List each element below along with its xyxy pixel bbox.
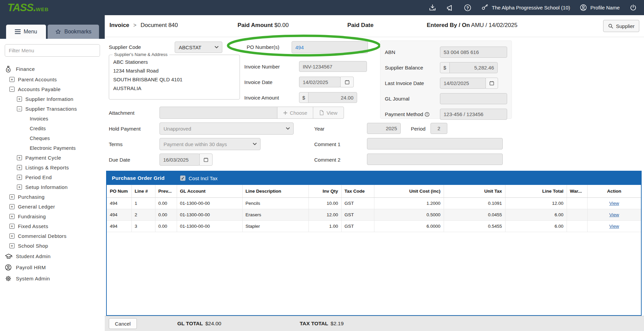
supplier-button[interactable]: Supplier (603, 20, 639, 32)
collapse-icon[interactable] (17, 106, 22, 111)
po-number-field[interactable]: 494 (292, 41, 368, 53)
profile-menu[interactable]: Profile Name (579, 4, 620, 11)
due-date-field[interactable]: 16/03/2025 (159, 154, 200, 166)
sidebar-item-payroll-hrm[interactable]: Payroll HRM (5, 262, 100, 273)
supplier-info-panel: ABN 53 004 085 616 Supplier Balance $ 5,… (380, 40, 512, 119)
download-icon[interactable] (428, 4, 437, 12)
view-attachment-button[interactable]: View (313, 107, 344, 119)
announcements-icon[interactable] (446, 4, 454, 12)
cost-incl-tax-toggle[interactable]: ✓ Cost Incl Tax (180, 175, 218, 181)
expand-icon[interactable] (9, 204, 15, 209)
choose-attachment-button[interactable]: Choose (277, 107, 313, 119)
grid-title: Purchase Order Grid (112, 175, 165, 181)
chevron-down-icon (253, 143, 257, 145)
top-bar: TASS. WEB ? The Alpha Progressive School… (0, 0, 644, 15)
logout-power-icon[interactable] (629, 4, 637, 12)
sidebar-item-setup-information[interactable]: Setup Information (5, 182, 100, 192)
svg-text:?: ? (466, 5, 469, 10)
comment1-field[interactable] (367, 138, 503, 149)
sidebar-item-general-ledger[interactable]: General Ledger (5, 202, 100, 212)
table-row: 494 1 0.00 01-1300-00-00 Pencils 10.00 G… (107, 197, 641, 209)
gl-journal-field (440, 93, 507, 104)
main-content: Invoice>Document 840 Paid Amount $0.00 P… (105, 15, 644, 331)
checkbox-checked-icon[interactable]: ✓ (180, 175, 185, 181)
view-line-link[interactable]: View (609, 212, 619, 217)
expand-icon[interactable] (17, 185, 22, 190)
expand-icon[interactable] (17, 155, 22, 160)
plus-icon (283, 111, 288, 115)
invoice-date-calendar-button[interactable] (340, 77, 354, 87)
info-icon[interactable] (424, 112, 430, 118)
sidebar-item-system-admin[interactable]: System Admin (5, 273, 100, 284)
sidebar-item-listings-reports[interactable]: Listings & Reports (5, 163, 100, 172)
collapse-icon[interactable] (9, 87, 15, 92)
col-inv-qty: Inv Qty (308, 185, 341, 197)
invoice-amount-field[interactable]: 24.00 (308, 92, 357, 103)
hold-payment-select[interactable]: Unapproved (159, 122, 294, 135)
sidebar-item-payment-cycle[interactable]: Payment Cycle (5, 153, 100, 163)
tab-menu[interactable]: Menu (6, 25, 46, 39)
expand-icon[interactable] (9, 77, 15, 82)
document-icon (319, 110, 324, 115)
profile-name: Profile Name (590, 5, 620, 10)
sidebar-item-finance[interactable]: $ Finance (5, 63, 100, 75)
sidebar-item-commercial-debtors[interactable]: Commercial Debtors (5, 231, 100, 241)
expand-icon[interactable] (9, 224, 15, 229)
abn-label: ABN (385, 49, 395, 55)
sidebar-item-cheques[interactable]: Cheques (5, 133, 100, 143)
attachment-field[interactable] (159, 107, 277, 119)
hold-payment-label: Hold Payment (109, 126, 141, 132)
gear-icon (5, 275, 13, 282)
comment2-field[interactable] (367, 154, 503, 165)
expand-icon[interactable] (17, 175, 22, 180)
terms-label: Terms (109, 141, 123, 147)
sidebar-item-parent-accounts[interactable]: Parent Accounts (5, 75, 100, 84)
sidebar-item-supplier-information[interactable]: Supplier Information (5, 94, 100, 104)
expand-icon[interactable] (17, 165, 22, 170)
filter-menu-input[interactable] (5, 44, 100, 57)
breadcrumb-invoice[interactable]: Invoice (109, 22, 129, 28)
terms-select[interactable]: Payment due within 30 days (159, 138, 261, 150)
tab-bookmarks[interactable]: Bookmarks (48, 25, 99, 39)
invoice-date-label: Invoice Date (244, 79, 272, 85)
due-date-calendar-button[interactable] (199, 154, 213, 166)
payment-method-label: Payment Method (385, 111, 430, 118)
calendar-icon (489, 80, 495, 86)
invoice-date-field[interactable]: 14/02/2025 (299, 77, 341, 87)
money-bag-icon: $ (5, 65, 13, 73)
school-switcher[interactable]: The Alpha Progressive School (10) (481, 4, 570, 11)
supplier-code-select[interactable]: ABCSTAT (175, 42, 222, 53)
sidebar-item-fundraising[interactable]: Fundraising (5, 212, 100, 221)
sidebar-item-purchasing[interactable]: Purchasing (5, 192, 100, 202)
help-icon[interactable]: ? (464, 4, 472, 12)
invoice-number-field[interactable]: INV-1234567 (299, 61, 367, 72)
sidebar-item-supplier-transactions[interactable]: Supplier Transactions (5, 104, 100, 114)
expand-icon[interactable] (9, 214, 15, 219)
sidebar-item-period-end[interactable]: Period End (5, 172, 100, 182)
sidebar-item-fixed-assets[interactable]: Fixed Assets (5, 221, 100, 231)
col-unit-tax: Unit Tax (444, 185, 505, 197)
cancel-button[interactable]: Cancel (109, 318, 137, 329)
sidebar-item-invoices[interactable]: Invoices (5, 114, 100, 123)
period-label: Period (411, 126, 425, 132)
sidebar-item-accounts-payable[interactable]: Accounts Payable (5, 84, 100, 94)
invoice-form: Supplier Code ABCSTAT PO Number(s) 494 S… (105, 37, 644, 171)
last-invoice-date-field: 14/02/2025 (440, 78, 486, 89)
sidebar-item-credits[interactable]: Credits (5, 123, 100, 133)
supplier-balance-field: 5,282.46 (449, 62, 498, 73)
tass-web-logo[interactable]: TASS. WEB (7, 2, 49, 14)
col-tax-code: Tax Code (341, 185, 374, 197)
sidebar-item-electronic-payments[interactable]: Electronic Payments (5, 143, 100, 153)
sidebar-item-student-admin[interactable]: Student Admin (5, 251, 100, 262)
last-invoice-date-calendar-button[interactable] (486, 78, 498, 89)
expand-icon[interactable] (9, 243, 15, 248)
view-line-link[interactable]: View (609, 201, 619, 206)
view-line-link[interactable]: View (609, 224, 619, 229)
expand-icon[interactable] (9, 233, 15, 239)
gl-total-value: $24.00 (205, 321, 221, 327)
expand-icon[interactable] (17, 96, 22, 102)
expand-icon[interactable] (9, 194, 15, 199)
sidebar-item-school-shop[interactable]: School Shop (5, 241, 100, 251)
graduation-cap-icon (5, 253, 13, 260)
breadcrumb: Invoice>Document 840 (109, 22, 178, 29)
